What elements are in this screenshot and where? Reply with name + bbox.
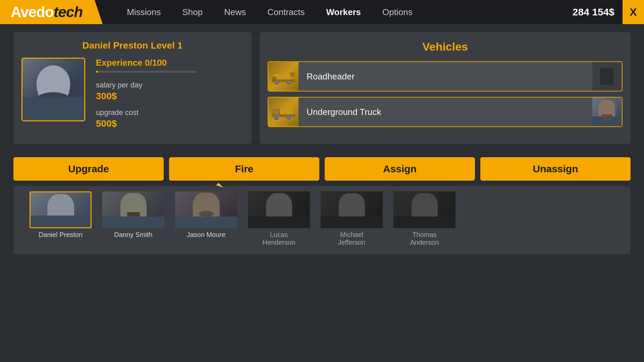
svg-point-6	[276, 81, 278, 83]
worker-card-lucas-henderson[interactable]: LucasHenderson	[245, 189, 313, 249]
roadheader-image	[268, 61, 299, 92]
lucas-portrait	[248, 191, 310, 228]
close-button[interactable]: X	[623, 0, 644, 24]
action-buttons: Upgrade Fire Assign Unassign	[0, 152, 644, 186]
main-content: Daniel Preston Level 1 Experience 0/100 …	[0, 24, 644, 152]
salary-label: salary per day	[96, 81, 244, 89]
worker-title: Daniel Preston Level 1	[21, 40, 244, 51]
worker-card-thomas-anderson[interactable]: ThomasAnderson	[391, 189, 458, 249]
nav-item-contracts[interactable]: Contracts	[257, 0, 315, 24]
assign-button[interactable]: Assign	[325, 157, 475, 181]
jason-portrait	[175, 191, 237, 228]
truck-icon	[272, 103, 295, 121]
svg-point-16	[288, 117, 290, 119]
roadheader-worker-slot	[592, 62, 621, 91]
roadheader-name: Roadheader	[299, 71, 592, 82]
worker-info-panel: Daniel Preston Level 1 Experience 0/100 …	[13, 32, 252, 144]
thomas-name: ThomasAnderson	[410, 231, 439, 246]
roadheader-icon	[272, 67, 295, 86]
danny-shirt	[102, 217, 164, 228]
thomas-portrait	[393, 191, 455, 228]
svg-rect-11	[274, 110, 278, 114]
nav-item-workers[interactable]: Workers	[315, 0, 372, 24]
topbar: Avedotech Missions Shop News Contracts W…	[0, 0, 644, 24]
worker-beard	[602, 114, 612, 121]
lucas-name: LucasHenderson	[263, 231, 296, 246]
nav-item-missions[interactable]: Missions	[116, 0, 171, 24]
worker-card-michael-jefferson[interactable]: MichaelJefferson	[318, 189, 385, 249]
danny-name: Danny Smith	[114, 231, 153, 239]
experience-fill	[96, 71, 98, 73]
assigned-worker-portrait	[592, 98, 621, 126]
salary-value: 300$	[96, 91, 244, 102]
svg-point-7	[287, 81, 289, 83]
logo-text: Avedotech	[11, 4, 83, 20]
jason-mustache	[199, 211, 214, 217]
daniel-shirt	[31, 216, 91, 227]
vehicles-title: Vehicles	[268, 40, 623, 53]
svg-rect-2	[290, 72, 295, 76]
michael-portrait	[321, 191, 383, 228]
empty-slot-icon	[598, 66, 615, 86]
daniel-portrait	[30, 191, 92, 228]
worker-avatar	[21, 58, 85, 121]
worker-portrait	[22, 59, 84, 120]
truck-image	[268, 97, 299, 127]
shirt-body	[21, 97, 85, 120]
vehicle-row-underground-truck[interactable]: Underground Truck	[268, 97, 623, 127]
upgrade-button[interactable]: Upgrade	[13, 157, 164, 181]
balance-display: 284 154$	[573, 6, 614, 18]
worker-stats: Experience 0/100 salary per day 300$ upg…	[96, 58, 244, 136]
unassign-button[interactable]: Unassign	[480, 157, 631, 181]
jason-shirt	[175, 217, 237, 228]
lucas-shirt	[248, 217, 310, 228]
daniel-name: Daniel Preston	[39, 231, 83, 239]
workers-list: Daniel Preston Danny Smith Jason Moure	[13, 186, 631, 254]
svg-rect-5	[272, 79, 295, 82]
danny-portrait	[102, 191, 164, 228]
nav-item-options[interactable]: Options	[372, 0, 423, 24]
jason-name: Jason Moure	[187, 231, 226, 239]
fire-button[interactable]: Fire	[169, 157, 319, 181]
michael-shirt	[321, 217, 383, 228]
experience-bar	[96, 71, 197, 73]
worker-details: Experience 0/100 salary per day 300$ upg…	[21, 58, 244, 136]
nav-item-shop[interactable]: Shop	[171, 0, 213, 24]
upgrade-cost-label: upgrade cost	[96, 108, 244, 117]
upgrade-cost-value: 500$	[96, 118, 244, 129]
worker-card-daniel-preston[interactable]: Daniel Preston	[27, 189, 94, 249]
nav-item-news[interactable]: News	[213, 0, 257, 24]
thomas-shirt	[393, 217, 455, 228]
logo: Avedotech	[0, 0, 103, 24]
michael-name: MichaelJefferson	[338, 231, 366, 246]
nav-items: Missions Shop News Contracts Workers Opt…	[116, 0, 573, 24]
underground-truck-name: Underground Truck	[299, 107, 592, 117]
worker-card-jason-moure[interactable]: Jason Moure	[172, 189, 240, 249]
svg-rect-8	[600, 68, 613, 85]
worker-card-danny-smith[interactable]: Danny Smith	[100, 189, 167, 249]
experience-label: Experience 0/100	[96, 58, 244, 68]
vehicles-panel: Vehicles Roadheader	[260, 32, 631, 144]
underground-truck-worker	[592, 98, 621, 126]
vehicle-row-roadheader[interactable]: Roadheader	[268, 61, 623, 92]
svg-point-15	[275, 117, 277, 119]
